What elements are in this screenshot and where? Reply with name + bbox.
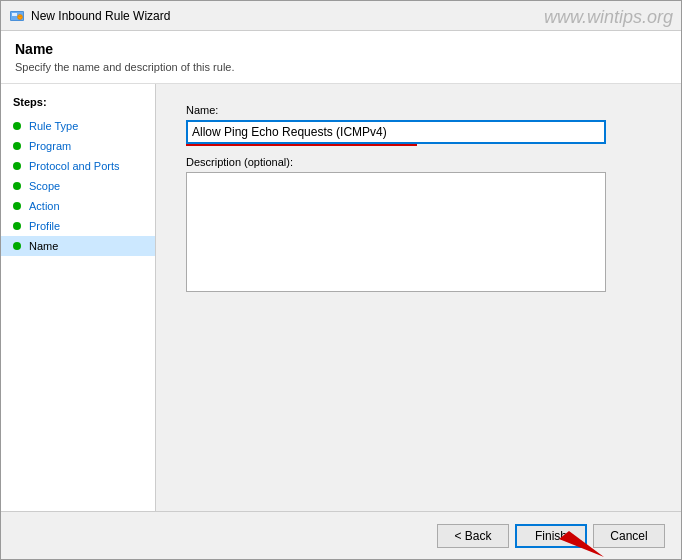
sidebar-item-program[interactable]: Program <box>1 136 155 156</box>
sidebar-item-label: Protocol and Ports <box>29 160 120 172</box>
step-dot-name <box>13 242 21 250</box>
body-area: Steps: Rule Type Program Protocol and Po… <box>1 84 681 511</box>
svg-point-3 <box>18 14 23 19</box>
svg-rect-2 <box>12 13 17 16</box>
description-textarea[interactable] <box>186 172 606 292</box>
sidebar-item-profile[interactable]: Profile <box>1 216 155 236</box>
name-input[interactable] <box>186 120 606 144</box>
name-field-group: Name: <box>186 104 651 144</box>
step-dot-action <box>13 202 21 210</box>
step-dot-program <box>13 142 21 150</box>
svg-marker-4 <box>559 531 604 557</box>
page-subtitle: Specify the name and description of this… <box>15 61 667 73</box>
step-dot-scope <box>13 182 21 190</box>
sidebar-item-label: Action <box>29 200 60 212</box>
sidebar-item-rule-type[interactable]: Rule Type <box>1 116 155 136</box>
back-button[interactable]: < Back <box>437 524 509 548</box>
main-layout: Name Specify the name and description of… <box>1 31 681 511</box>
sidebar-item-label: Scope <box>29 180 60 192</box>
window-icon <box>9 8 25 24</box>
title-bar: New Inbound Rule Wizard <box>1 1 681 31</box>
sidebar-item-label: Program <box>29 140 71 152</box>
description-label: Description (optional): <box>186 156 651 168</box>
sidebar-item-label: Name <box>29 240 58 252</box>
steps-label: Steps: <box>1 92 155 116</box>
sidebar-item-label: Rule Type <box>29 120 78 132</box>
page-header: Name Specify the name and description of… <box>1 31 681 84</box>
sidebar-item-action[interactable]: Action <box>1 196 155 216</box>
name-input-wrapper <box>186 120 606 144</box>
step-dot-rule-type <box>13 122 21 130</box>
sidebar: Steps: Rule Type Program Protocol and Po… <box>1 84 156 511</box>
footer: < Back Finish Cancel <box>1 511 681 559</box>
window-title: New Inbound Rule Wizard <box>31 9 673 23</box>
step-dot-profile <box>13 222 21 230</box>
page-title: Name <box>15 41 667 57</box>
sidebar-item-protocol-ports[interactable]: Protocol and Ports <box>1 156 155 176</box>
sidebar-item-label: Profile <box>29 220 60 232</box>
step-dot-protocol-ports <box>13 162 21 170</box>
sidebar-item-name[interactable]: Name <box>1 236 155 256</box>
name-label: Name: <box>186 104 651 116</box>
wizard-window: New Inbound Rule Wizard www.wintips.org … <box>0 0 682 560</box>
main-content: Name: Description (optional): <box>156 84 681 511</box>
sidebar-item-scope[interactable]: Scope <box>1 176 155 196</box>
arrow-indicator <box>549 509 609 559</box>
description-field-group: Description (optional): <box>186 156 651 292</box>
